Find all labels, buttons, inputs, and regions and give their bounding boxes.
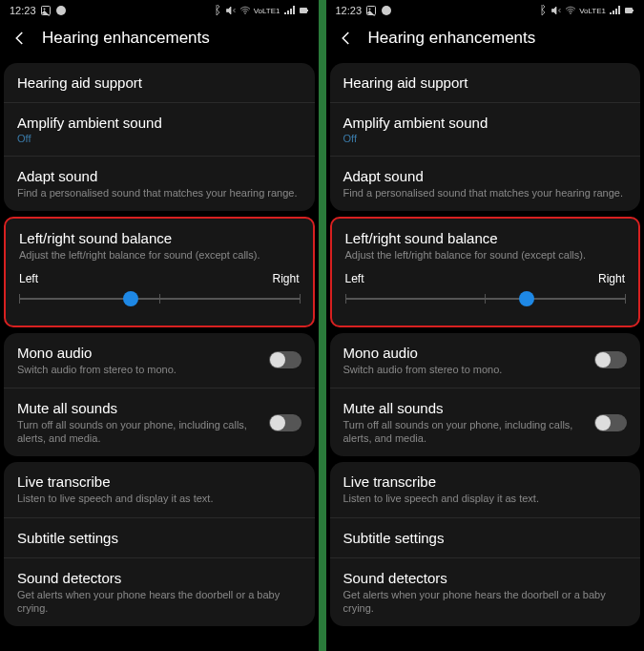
item-mono[interactable]: Mono audio Switch audio from stereo to m… xyxy=(4,333,315,388)
section-audio: Mono audio Switch audio from stereo to m… xyxy=(330,333,641,457)
app-header: Hearing enhancements xyxy=(326,21,645,57)
item-transcribe[interactable]: Live transcribe Listen to live speech an… xyxy=(4,462,315,517)
page-title: Hearing enhancements xyxy=(42,29,210,48)
network-label: VoLTE1 xyxy=(579,7,606,15)
battery-icon xyxy=(298,5,309,16)
item-subtitle[interactable]: Subtitle settings xyxy=(330,518,641,558)
bluetooth-icon xyxy=(536,5,548,16)
item-amplify[interactable]: Amplify ambient sound Off xyxy=(4,103,315,157)
mono-toggle[interactable] xyxy=(594,351,627,368)
section-hearing: Hearing aid support Amplify ambient soun… xyxy=(4,63,315,211)
item-adapt[interactable]: Adapt sound Find a personalised sound th… xyxy=(330,157,641,211)
svg-rect-4 xyxy=(300,8,307,13)
mute-toggle[interactable] xyxy=(594,414,627,431)
section-audio: Mono audio Switch audio from stereo to m… xyxy=(4,333,315,457)
status-bar: 12:23 VoLTE1 xyxy=(0,0,319,21)
item-mute[interactable]: Mute all sounds Turn off all sounds on y… xyxy=(330,388,641,457)
item-adapt[interactable]: Adapt sound Find a personalised sound th… xyxy=(4,157,315,211)
gallery-icon xyxy=(40,5,52,16)
balance-left-label: Left xyxy=(19,272,38,285)
svg-point-7 xyxy=(369,9,371,10)
slider-thumb[interactable] xyxy=(123,291,138,306)
wifi-icon xyxy=(239,5,251,16)
spotify-icon xyxy=(381,5,392,16)
item-mute[interactable]: Mute all sounds Turn off all sounds on y… xyxy=(4,388,315,457)
back-icon[interactable] xyxy=(11,30,29,47)
item-balance-highlighted: Left/right sound balance Adjust the left… xyxy=(330,217,641,326)
app-header: Hearing enhancements xyxy=(0,21,319,57)
balance-right-label: Right xyxy=(272,272,299,285)
balance-slider[interactable] xyxy=(345,289,626,308)
svg-point-9 xyxy=(570,12,571,14)
bluetooth-icon xyxy=(211,5,222,16)
item-detectors[interactable]: Sound detectors Get alerts when your pho… xyxy=(4,558,315,627)
balance-labels: Left Right xyxy=(345,272,626,285)
signal-icon xyxy=(283,5,295,16)
item-transcribe[interactable]: Live transcribe Listen to live speech an… xyxy=(330,462,641,517)
balance-right-label: Right xyxy=(598,272,625,285)
mono-toggle[interactable] xyxy=(269,351,301,368)
svg-point-3 xyxy=(244,12,246,14)
mute-icon xyxy=(551,5,562,16)
svg-rect-5 xyxy=(307,10,308,11)
item-amplify[interactable]: Amplify ambient sound Off xyxy=(330,103,641,157)
section-extras: Live transcribe Listen to live speech an… xyxy=(4,462,315,626)
phone-left: 12:23 VoLTE1 Hearing enhancements Hearin… xyxy=(0,0,319,651)
svg-rect-10 xyxy=(625,8,633,13)
balance-slider[interactable] xyxy=(19,289,300,308)
svg-rect-11 xyxy=(633,10,634,11)
item-mono[interactable]: Mono audio Switch audio from stereo to m… xyxy=(330,333,641,388)
item-hearing-aid[interactable]: Hearing aid support xyxy=(330,63,641,103)
section-extras: Live transcribe Listen to live speech an… xyxy=(330,462,641,626)
section-hearing: Hearing aid support Amplify ambient soun… xyxy=(330,63,641,211)
status-time: 12:23 xyxy=(10,5,36,16)
mute-toggle[interactable] xyxy=(269,414,301,431)
balance-left-label: Left xyxy=(345,272,364,285)
svg-point-1 xyxy=(43,9,45,10)
item-balance-highlighted: Left/right sound balance Adjust the left… xyxy=(4,217,315,326)
phone-right: 12:23 VoLTE1 Hearing enhancements Hearin… xyxy=(326,0,645,651)
item-subtitle[interactable]: Subtitle settings xyxy=(4,518,315,558)
slider-thumb[interactable] xyxy=(519,291,534,306)
item-hearing-aid[interactable]: Hearing aid support xyxy=(4,63,315,103)
wifi-icon xyxy=(565,5,576,16)
signal-icon xyxy=(609,5,620,16)
settings-content: Hearing aid support Amplify ambient soun… xyxy=(0,57,319,651)
status-time: 12:23 xyxy=(336,5,363,16)
spotify-icon xyxy=(55,5,67,16)
page-title: Hearing enhancements xyxy=(368,29,536,48)
item-detectors[interactable]: Sound detectors Get alerts when your pho… xyxy=(330,558,641,627)
gallery-icon xyxy=(365,5,377,16)
battery-icon xyxy=(623,5,634,16)
settings-content: Hearing aid support Amplify ambient soun… xyxy=(326,57,645,651)
network-label: VoLTE1 xyxy=(254,7,280,15)
back-icon[interactable] xyxy=(338,30,355,47)
mute-icon xyxy=(225,5,237,16)
svg-point-8 xyxy=(382,6,391,15)
svg-point-2 xyxy=(56,6,66,15)
status-bar: 12:23 VoLTE1 xyxy=(326,0,645,21)
balance-labels: Left Right xyxy=(19,272,300,285)
